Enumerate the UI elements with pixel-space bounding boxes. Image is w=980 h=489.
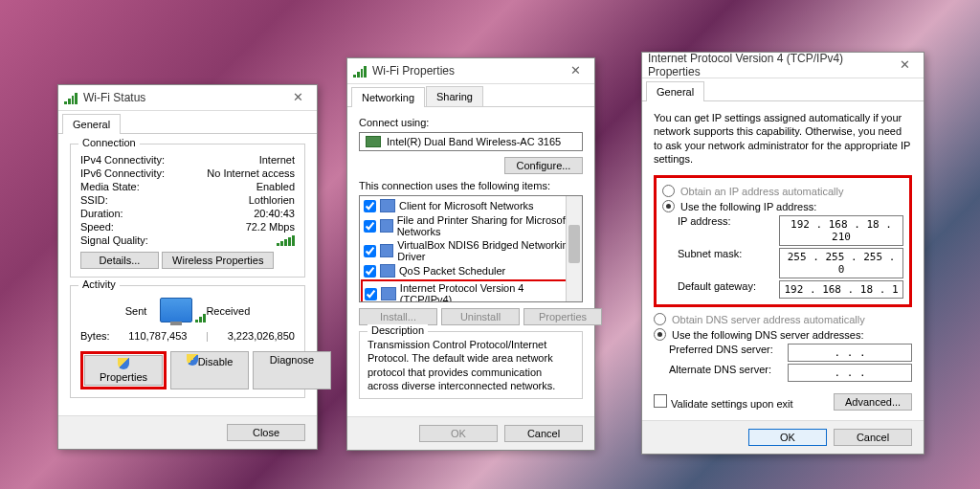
group-connection: Connection IPv4 Connectivity:Internet IP…: [70, 144, 305, 278]
radio-obtain-dns: Obtain DNS server address automatically: [654, 313, 912, 325]
adapter-icon: [366, 136, 381, 147]
item-label: Client for Microsoft Networks: [399, 200, 534, 211]
item-checkbox[interactable]: [364, 265, 376, 278]
advanced-button[interactable]: Advanced...: [834, 393, 912, 411]
body: You can get IP settings assigned automat…: [642, 101, 924, 420]
speed-value: 72.2 Mbps: [246, 221, 295, 233]
diagnose-button[interactable]: Diagnose: [253, 351, 331, 389]
radio-icon: [654, 313, 666, 325]
radio-icon: [654, 328, 666, 341]
tab-general[interactable]: General: [62, 114, 121, 134]
activity-bars-icon: [195, 311, 206, 322]
alternate-dns-input[interactable]: . . .: [788, 364, 912, 382]
ip-section-highlight: Obtain an IP address automatically Use t…: [654, 175, 912, 307]
duration-label: Duration:: [80, 208, 123, 219]
shield-icon: [187, 354, 198, 366]
gateway-label: Default gateway:: [678, 280, 756, 299]
window-title: Internet Protocol Version 4 (TCP/IPv4) P…: [648, 52, 891, 78]
close-icon[interactable]: ✕: [891, 56, 918, 75]
window-title: Wi-Fi Properties: [372, 64, 562, 78]
alternate-dns-label: Alternate DNS server:: [669, 364, 771, 382]
media-value: Enabled: [256, 181, 295, 192]
item-label: File and Printer Sharing for Microsoft N…: [397, 214, 578, 237]
list-item[interactable]: File and Printer Sharing for Microsoft N…: [362, 213, 580, 238]
group-label: Connection: [78, 137, 140, 148]
footer: OK Cancel: [347, 416, 594, 450]
tab-sharing[interactable]: Sharing: [426, 86, 483, 106]
desc-text: Transmission Control Protocol/Internet P…: [368, 338, 574, 392]
uninstall-button[interactable]: Uninstall: [441, 308, 520, 325]
tabs: General: [642, 78, 924, 101]
adapter-field[interactable]: Intel(R) Dual Band Wireless-AC 3165: [359, 132, 583, 151]
item-label: VirtualBox NDIS6 Bridged Networking Driv…: [397, 239, 578, 262]
ipv4-value: Internet: [259, 154, 295, 166]
protocol-icon: [380, 244, 393, 257]
list-item[interactable]: VirtualBox NDIS6 Bridged Networking Driv…: [362, 238, 580, 263]
install-button[interactable]: Install...: [359, 308, 437, 325]
monitor-icon: [160, 298, 192, 322]
signal-quality-label: Signal Quality:: [80, 234, 148, 246]
close-icon[interactable]: ✕: [562, 61, 589, 80]
item-label: QoS Packet Scheduler: [399, 265, 505, 277]
item-checkbox[interactable]: [364, 245, 376, 257]
tab-networking[interactable]: Networking: [351, 87, 425, 107]
radio-icon: [662, 185, 675, 197]
tabs: General: [58, 111, 317, 134]
window-title: Wi-Fi Status: [83, 91, 284, 104]
connect-using-label: Connect using:: [359, 117, 583, 128]
tabs: Networking Sharing: [347, 84, 594, 107]
properties-button[interactable]: Properties: [84, 355, 163, 386]
ipv6-label: IPv6 Connectivity:: [80, 167, 165, 179]
list-item[interactable]: QoS Packet Scheduler: [362, 263, 580, 278]
scroll-thumb[interactable]: [568, 225, 580, 263]
footer: Close: [58, 415, 317, 449]
item-checkbox[interactable]: [365, 288, 377, 300]
ok-button[interactable]: OK: [748, 429, 827, 446]
configure-button[interactable]: Configure...: [504, 157, 583, 174]
ip-input[interactable]: 192 . 168 . 18 . 210: [779, 215, 903, 246]
shield-icon: [118, 358, 129, 369]
ok-button[interactable]: OK: [419, 425, 498, 442]
titlebar: Wi-Fi Status ✕: [58, 85, 317, 111]
ipv6-value: No Internet access: [207, 167, 295, 179]
close-icon[interactable]: ✕: [284, 88, 311, 107]
protocol-icon: [380, 219, 393, 233]
item-checkbox[interactable]: [364, 200, 376, 212]
items-list[interactable]: Client for Microsoft Networks File and P…: [359, 195, 583, 302]
cancel-button[interactable]: Cancel: [834, 429, 912, 446]
checkbox-icon[interactable]: [654, 394, 667, 408]
group-description: Description Transmission Control Protoco…: [359, 331, 583, 399]
wireless-properties-button[interactable]: Wireless Properties: [162, 252, 274, 269]
item-checkbox[interactable]: [364, 220, 376, 233]
sent-label: Sent: [125, 305, 147, 317]
properties-button[interactable]: Properties: [523, 308, 602, 325]
properties-highlight: Properties: [80, 351, 167, 389]
disable-button[interactable]: Disable: [170, 351, 249, 389]
cancel-button[interactable]: Cancel: [504, 425, 583, 442]
subnet-input[interactable]: 255 . 255 . 255 . 0: [779, 248, 903, 278]
list-item[interactable]: Client for Microsoft Networks: [362, 198, 580, 213]
bytes-sent-value: 110,787,453: [128, 330, 187, 342]
wifi-status-window: Wi-Fi Status ✕ General Connection IPv4 C…: [57, 84, 318, 450]
ssid-label: SSID:: [80, 194, 108, 206]
wifi-icon: [64, 91, 78, 104]
details-button[interactable]: Details...: [80, 252, 159, 269]
close-button[interactable]: Close: [227, 424, 305, 441]
radio-use-dns[interactable]: Use the following DNS server addresses:: [654, 328, 912, 341]
group-label: Activity: [78, 278, 120, 290]
protocol-icon: [380, 199, 395, 212]
radio-obtain-ip[interactable]: Obtain an IP address automatically: [662, 185, 903, 197]
bytes-recv-value: 3,223,026,850: [228, 330, 295, 342]
desc-heading: Description: [368, 324, 428, 336]
validate-checkbox-row[interactable]: Validate settings upon exit: [654, 394, 793, 410]
validate-label: Validate settings upon exit: [671, 398, 793, 410]
radio-use-ip[interactable]: Use the following IP address:: [662, 200, 903, 212]
gateway-input[interactable]: 192 . 168 . 18 . 1: [779, 280, 903, 299]
speed-label: Speed:: [80, 221, 114, 233]
wifi-icon: [353, 64, 367, 78]
scrollbar[interactable]: [566, 196, 582, 301]
tab-general[interactable]: General: [646, 81, 704, 101]
ipv4-properties-window: Internet Protocol Version 4 (TCP/IPv4) P…: [641, 52, 924, 455]
list-item-ipv4-highlight[interactable]: Internet Protocol Version 4 (TCP/IPv4): [361, 279, 581, 302]
preferred-dns-input[interactable]: . . .: [788, 344, 912, 362]
